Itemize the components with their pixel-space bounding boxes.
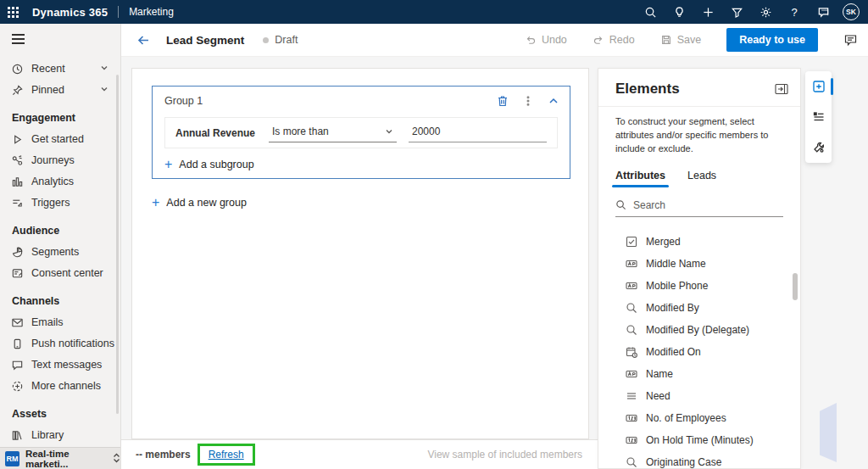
annotation-highlight-box: Refresh bbox=[198, 444, 255, 466]
attribute-search-field[interactable] bbox=[615, 199, 783, 217]
condition-value-input[interactable] bbox=[409, 123, 547, 142]
redo-icon bbox=[593, 34, 604, 46]
sidebar-item-segments[interactable]: Segments bbox=[0, 242, 120, 263]
sidebar-item-label: Get started bbox=[31, 133, 84, 145]
attribute-list: Merged Middle Name Mobile Phone Modified… bbox=[598, 231, 800, 469]
sidebar-item-label: Segments bbox=[31, 246, 79, 258]
filter-icon[interactable] bbox=[722, 0, 751, 24]
sidebar-item-get-started[interactable]: Get started bbox=[0, 129, 120, 150]
elements-tool-button[interactable] bbox=[808, 75, 830, 98]
search-icon[interactable] bbox=[636, 0, 665, 24]
attribute-item[interactable]: Modified By (Delegate) bbox=[598, 319, 800, 341]
sidebar-item-label: Analytics bbox=[31, 176, 74, 187]
sidebar-item-consent-center[interactable]: Consent center bbox=[0, 263, 120, 284]
app-launcher-waffle-icon[interactable] bbox=[0, 0, 25, 24]
sidebar-item-analytics[interactable]: Analytics bbox=[0, 171, 120, 193]
undo-button[interactable]: Undo bbox=[525, 34, 567, 46]
plus-icon: + bbox=[164, 158, 172, 171]
sidebar-item-more-channels[interactable]: More channels bbox=[0, 376, 120, 397]
lightbulb-icon[interactable] bbox=[665, 0, 693, 24]
sidebar-item-label: Triggers bbox=[31, 197, 70, 209]
attribute-item[interactable]: No. of Employees bbox=[598, 407, 800, 429]
app-name[interactable]: Marketing bbox=[129, 6, 174, 18]
option-set-icon bbox=[626, 390, 637, 402]
sidebar-item-journeys[interactable]: Journeys bbox=[0, 150, 120, 171]
area-switcher-label: Real-time marketi... bbox=[25, 449, 109, 469]
sidebar-item-emails[interactable]: Emails bbox=[0, 312, 120, 333]
up-down-chevron-icon bbox=[113, 451, 120, 466]
feedback-chat-icon[interactable] bbox=[843, 33, 858, 47]
sidebar-item-library[interactable]: Library bbox=[0, 425, 120, 446]
sidebar-item-label: More channels bbox=[31, 380, 101, 392]
attribute-item[interactable]: Modified By bbox=[598, 297, 800, 319]
sidebar-scrollbar[interactable] bbox=[116, 75, 119, 414]
collapse-group-chevron-up-icon[interactable] bbox=[548, 95, 559, 107]
left-navigation-sidebar: Recent Pinned Engagement Get started Jou… bbox=[0, 24, 121, 469]
chevron-down-icon bbox=[385, 127, 393, 136]
back-arrow-icon[interactable] bbox=[136, 33, 151, 47]
sidebar-section-assets: Assets bbox=[0, 397, 120, 425]
delete-group-trash-icon[interactable] bbox=[497, 95, 509, 107]
chevron-down-icon[interactable] bbox=[100, 84, 108, 96]
sidebar-item-label: Recent bbox=[31, 63, 65, 75]
command-bar: Lead Segment Draft Undo Redo Save Ready … bbox=[121, 24, 868, 57]
attribute-item[interactable]: Merged bbox=[598, 231, 800, 253]
chat-bubble-icon bbox=[11, 359, 24, 371]
area-badge: RM bbox=[5, 451, 19, 466]
attribute-item[interactable]: Modified On bbox=[598, 341, 800, 363]
sidebar-section-audience: Audience bbox=[0, 214, 120, 242]
add-subgroup-button[interactable]: + Add a subgroup bbox=[164, 158, 254, 171]
sidebar-item-label: Consent center bbox=[31, 267, 103, 279]
area-switcher[interactable]: RM Real-time marketi... bbox=[0, 447, 120, 469]
mobile-push-icon bbox=[11, 338, 24, 350]
condition-operator-dropdown[interactable]: Is more than bbox=[269, 123, 397, 142]
attribute-item[interactable]: On Hold Time (Minutes) bbox=[598, 429, 800, 451]
add-icon[interactable] bbox=[693, 0, 722, 24]
search-input[interactable] bbox=[633, 199, 783, 211]
sidebar-item-text-messages[interactable]: Text messages bbox=[0, 355, 120, 376]
feedback-chat-icon[interactable] bbox=[809, 0, 837, 24]
add-new-group-button[interactable]: + Add a new group bbox=[152, 196, 247, 209]
chevron-down-icon[interactable] bbox=[100, 63, 108, 75]
tab-leads[interactable]: Leads bbox=[687, 170, 716, 187]
play-icon bbox=[11, 133, 24, 146]
attribute-list-scrollbar[interactable] bbox=[793, 273, 798, 300]
user-avatar[interactable]: SK bbox=[843, 3, 860, 20]
attribute-item[interactable]: Need bbox=[598, 385, 800, 407]
product-name[interactable]: Dynamics 365 bbox=[32, 6, 108, 19]
status-dot-icon bbox=[263, 37, 269, 43]
ready-to-use-button[interactable]: Ready to use bbox=[726, 28, 818, 52]
settings-gear-icon[interactable] bbox=[751, 0, 780, 24]
hamburger-menu-icon[interactable] bbox=[0, 24, 120, 52]
builder-side-toolbar bbox=[805, 71, 832, 163]
sidebar-item-recent[interactable]: Recent bbox=[0, 59, 120, 80]
list-view-tool-button[interactable] bbox=[808, 106, 830, 128]
segment-group-1: Group 1 Annual Revenue bbox=[152, 86, 570, 179]
attribute-item[interactable]: Mobile Phone bbox=[598, 275, 800, 297]
pie-chart-icon bbox=[11, 246, 24, 259]
redo-button[interactable]: Redo bbox=[593, 34, 635, 46]
sidebar-item-pinned[interactable]: Pinned bbox=[0, 80, 120, 101]
elements-panel-title: Elements bbox=[615, 81, 680, 98]
more-options-ellipsis-icon[interactable] bbox=[522, 95, 534, 107]
help-icon[interactable]: ? bbox=[780, 0, 809, 24]
attribute-item[interactable]: Middle Name bbox=[598, 253, 800, 275]
number-field-icon bbox=[626, 412, 637, 424]
sidebar-item-push-notifications[interactable]: Push notifications bbox=[0, 333, 120, 355]
date-time-icon bbox=[626, 346, 637, 358]
attribute-item[interactable]: Originating Case bbox=[598, 451, 800, 469]
tab-attributes[interactable]: Attributes bbox=[615, 170, 665, 187]
save-icon bbox=[660, 34, 672, 46]
group-title: Group 1 bbox=[164, 95, 203, 107]
refresh-members-link[interactable]: Refresh bbox=[209, 449, 244, 461]
tools-tool-button[interactable] bbox=[808, 137, 830, 159]
topbar-divider bbox=[118, 6, 119, 18]
attribute-item[interactable]: Name bbox=[598, 363, 800, 385]
save-button[interactable]: Save bbox=[660, 34, 702, 46]
number-field-icon bbox=[626, 434, 637, 446]
condition-row: Annual Revenue Is more than bbox=[164, 117, 558, 148]
sidebar-item-triggers[interactable]: Triggers bbox=[0, 193, 120, 214]
waffle-icon bbox=[8, 7, 19, 18]
collapse-panel-icon[interactable] bbox=[775, 83, 788, 95]
top-navigation-bar: Dynamics 365 Marketing ? SK bbox=[0, 0, 868, 24]
